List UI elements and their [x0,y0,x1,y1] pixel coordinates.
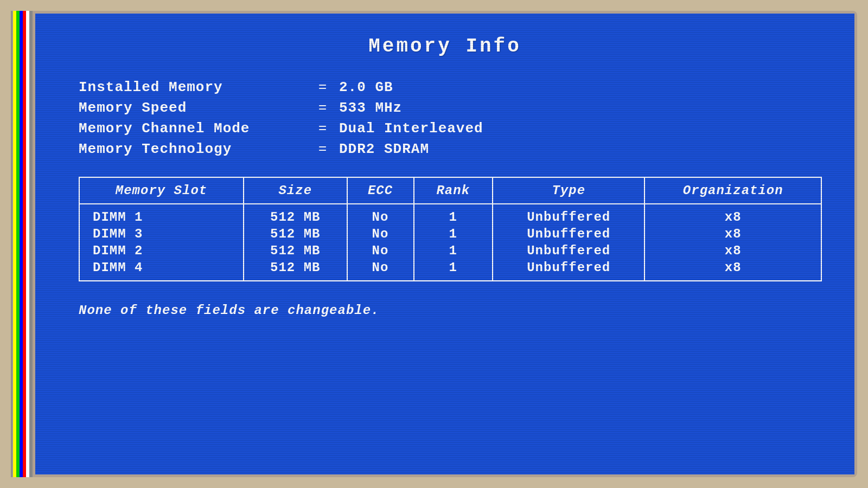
info-label-3: Memory Technology [79,141,307,157]
memory-table: Memory SlotSizeECCRankTypeOrganization D… [79,177,822,281]
info-label-2: Memory Channel Mode [79,120,307,137]
info-value-2: Dual Interleaved [339,120,483,137]
info-label-1: Memory Speed [79,100,307,116]
info-equals-0: = [307,79,339,95]
dimm-ecc: No [372,243,389,258]
page-title: Memory Info [68,35,822,57]
dimm-ecc: No [372,210,389,224]
table-header-4: Type [493,177,644,204]
table-header-2: ECC [347,177,414,204]
info-equals-2: = [307,120,339,137]
table-header-1: Size [244,177,347,204]
info-value-3: DDR2 SDRAM [339,141,429,157]
table-header-row: Memory SlotSizeECCRankTypeOrganization [79,177,821,204]
info-value-0: 2.0 GB [339,79,393,95]
info-section: Installed Memory=2.0 GBMemory Speed=533 … [68,79,822,157]
table-cell-ecc: NoNoNoNo [347,204,414,281]
dimm-rank: 1 [449,243,457,258]
dimm-slot-label: DIMM 3 [93,227,233,241]
dimm-org: x8 [725,210,742,224]
left-color-strip [11,11,33,477]
dimm-size: 512 MB [270,243,320,258]
table-body: DIMM 1DIMM 3DIMM 2DIMM 4512 MB512 MB512 … [79,204,821,281]
dimm-type: Unbuffered [527,243,610,258]
dimm-org: x8 [725,260,742,275]
dimm-rank: 1 [449,260,457,275]
info-equals-3: = [307,141,339,157]
table-cell-org: x8x8x8x8 [644,204,821,281]
dimm-rank: 1 [449,210,457,224]
dimm-org: x8 [725,243,742,258]
dimm-type: Unbuffered [527,227,610,241]
table-row: DIMM 1DIMM 3DIMM 2DIMM 4512 MB512 MB512 … [79,204,821,281]
dimm-ecc: No [372,227,389,241]
info-row-1: Memory Speed=533 MHz [79,100,822,116]
table-header-5: Organization [644,177,821,204]
dimm-slot-label: DIMM 2 [93,243,233,258]
dimm-slot-label: DIMM 4 [93,260,233,275]
dimm-slot-label: DIMM 1 [93,210,233,224]
info-value-1: 533 MHz [339,100,402,116]
table-cell-type: UnbufferedUnbufferedUnbufferedUnbuffered [493,204,644,281]
info-equals-1: = [307,100,339,116]
info-row-3: Memory Technology=DDR2 SDRAM [79,141,822,157]
dimm-ecc: No [372,260,389,275]
dimm-org: x8 [725,227,742,241]
table-header-0: Memory Slot [79,177,244,204]
table-cell-rank: 1111 [414,204,493,281]
dimm-size: 512 MB [270,260,320,275]
dimm-type: Unbuffered [527,260,610,275]
dimm-size: 512 MB [270,227,320,241]
monitor-bezel: Memory Info Installed Memory=2.0 GBMemor… [11,11,857,477]
info-row-2: Memory Channel Mode=Dual Interleaved [79,120,822,137]
dimm-rank: 1 [449,227,457,241]
info-row-0: Installed Memory=2.0 GB [79,79,822,95]
table-header-3: Rank [414,177,493,204]
bios-screen: Memory Info Installed Memory=2.0 GBMemor… [35,14,854,474]
footer-note: None of these fields are changeable. [68,303,822,318]
dimm-size: 512 MB [270,210,320,224]
table-cell-sizes: 512 MB512 MB512 MB512 MB [244,204,347,281]
info-label-0: Installed Memory [79,79,307,95]
dimm-type: Unbuffered [527,210,610,224]
table-cell-slots: DIMM 1DIMM 3DIMM 2DIMM 4 [79,204,244,281]
